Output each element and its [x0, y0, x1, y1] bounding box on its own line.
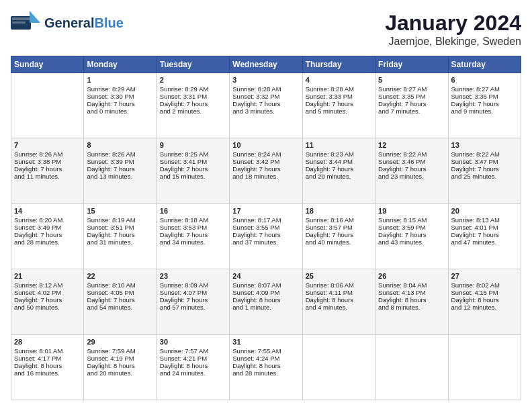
day-info-line: and 50 minutes.: [14, 304, 81, 311]
day-info-line: and 13 minutes.: [87, 173, 153, 180]
day-info-line: Daylight: 7 hours: [87, 100, 153, 107]
table-row: 10Sunrise: 8:24 AMSunset: 3:42 PMDayligh…: [230, 138, 302, 203]
table-row: 20Sunrise: 8:13 AMSunset: 4:01 PMDayligh…: [448, 203, 521, 269]
day-number: 23: [160, 272, 226, 280]
logo-blue-text: Blue: [94, 15, 123, 30]
day-info-line: Sunrise: 8:24 AM: [232, 150, 299, 158]
day-info-line: and 3 minutes.: [232, 107, 299, 115]
table-row: 13Sunrise: 8:22 AMSunset: 3:47 PMDayligh…: [448, 138, 521, 203]
table-row: 3Sunrise: 8:28 AMSunset: 3:32 PMDaylight…: [230, 73, 302, 138]
day-number: 21: [14, 272, 81, 280]
table-row: 26Sunrise: 8:04 AMSunset: 4:13 PMDayligh…: [375, 269, 448, 334]
day-info-line: Sunset: 3:32 PM: [232, 93, 299, 100]
day-info-line: Sunset: 3:51 PM: [87, 224, 153, 231]
day-info-line: Daylight: 8 hours: [232, 296, 299, 304]
day-info-line: Daylight: 7 hours: [160, 296, 226, 304]
table-row: [302, 334, 375, 400]
day-number: 24: [232, 272, 299, 280]
day-info-line: Sunset: 3:49 PM: [14, 224, 81, 231]
svg-rect-2: [12, 17, 30, 20]
day-info-line: Sunrise: 8:26 AM: [87, 150, 153, 158]
day-info-line: Daylight: 7 hours: [87, 296, 153, 304]
day-info-line: Daylight: 7 hours: [160, 100, 226, 107]
day-info-line: Daylight: 7 hours: [232, 165, 299, 173]
table-row: 16Sunrise: 8:18 AMSunset: 3:53 PMDayligh…: [157, 203, 229, 269]
day-number: 3: [232, 76, 299, 84]
day-info-line: Sunset: 3:55 PM: [232, 224, 299, 231]
day-number: 29: [87, 338, 153, 346]
table-row: 28Sunrise: 8:01 AMSunset: 4:17 PMDayligh…: [11, 334, 84, 400]
day-number: 5: [378, 76, 445, 84]
day-info-line: Daylight: 7 hours: [306, 231, 372, 238]
day-info-line: Sunrise: 8:27 AM: [378, 85, 445, 93]
calendar-table: Sunday Monday Tuesday Wednesday Thursday…: [11, 56, 521, 400]
day-info-line: Sunrise: 8:09 AM: [160, 281, 226, 289]
day-info-line: Sunset: 3:36 PM: [451, 93, 518, 100]
day-info-line: Sunset: 3:59 PM: [378, 224, 445, 231]
col-thursday: Thursday: [302, 56, 375, 73]
day-info-line: and 31 minutes.: [87, 238, 153, 246]
day-info-line: Daylight: 7 hours: [14, 296, 81, 304]
day-info-line: Daylight: 8 hours: [160, 362, 226, 369]
day-number: 2: [160, 76, 226, 84]
day-info-line: Daylight: 8 hours: [451, 296, 518, 304]
day-info-line: Sunset: 3:38 PM: [14, 158, 81, 165]
day-info-line: Sunrise: 7:57 AM: [160, 347, 226, 355]
day-info-line: Sunrise: 8:25 AM: [160, 150, 226, 158]
day-info-line: and 57 minutes.: [160, 304, 226, 311]
day-info-line: Daylight: 7 hours: [306, 165, 372, 173]
day-info-line: Daylight: 7 hours: [451, 100, 518, 107]
table-row: 15Sunrise: 8:19 AMSunset: 3:51 PMDayligh…: [84, 203, 157, 269]
day-number: 16: [160, 207, 226, 215]
day-info-line: and 23 minutes.: [378, 173, 445, 180]
day-number: 6: [451, 76, 518, 84]
day-info-line: Sunrise: 8:22 AM: [451, 150, 518, 158]
day-number: 12: [378, 141, 445, 149]
day-info-line: Sunrise: 8:28 AM: [232, 85, 299, 93]
table-row: 6Sunrise: 8:27 AMSunset: 3:36 PMDaylight…: [448, 73, 521, 138]
logo-general-text: General: [44, 15, 94, 30]
table-row: 14Sunrise: 8:20 AMSunset: 3:49 PMDayligh…: [11, 203, 84, 269]
table-row: 19Sunrise: 8:15 AMSunset: 3:59 PMDayligh…: [375, 203, 448, 269]
table-row: 25Sunrise: 8:06 AMSunset: 4:11 PMDayligh…: [302, 269, 375, 334]
day-info-line: and 43 minutes.: [378, 238, 445, 246]
day-info-line: and 37 minutes.: [232, 238, 299, 246]
day-info-line: and 8 minutes.: [378, 304, 445, 311]
day-info-line: Sunset: 4:13 PM: [378, 289, 445, 296]
header: GeneralBlue January 2024 Jaemjoe, Blekin…: [11, 11, 521, 48]
day-number: 15: [87, 207, 153, 215]
day-info-line: and 20 minutes.: [87, 369, 153, 377]
table-row: [375, 334, 448, 400]
day-info-line: Sunset: 3:47 PM: [451, 158, 518, 165]
day-info-line: Sunrise: 8:15 AM: [378, 216, 445, 224]
day-number: 20: [451, 207, 518, 215]
table-row: 23Sunrise: 8:09 AMSunset: 4:07 PMDayligh…: [157, 269, 229, 334]
day-info-line: Daylight: 8 hours: [87, 362, 153, 369]
calendar-week-row: 14Sunrise: 8:20 AMSunset: 3:49 PMDayligh…: [11, 203, 521, 269]
day-info-line: Sunset: 3:35 PM: [378, 93, 445, 100]
day-info-line: Daylight: 7 hours: [87, 231, 153, 238]
col-wednesday: Wednesday: [230, 56, 302, 73]
day-info-line: and 15 minutes.: [160, 173, 226, 180]
day-info-line: Daylight: 7 hours: [160, 231, 226, 238]
day-info-line: Sunrise: 8:10 AM: [87, 281, 153, 289]
table-row: 24Sunrise: 8:07 AMSunset: 4:09 PMDayligh…: [230, 269, 302, 334]
day-info-line: and 11 minutes.: [14, 173, 81, 180]
table-row: 11Sunrise: 8:23 AMSunset: 3:44 PMDayligh…: [302, 138, 375, 203]
day-info-line: Daylight: 7 hours: [87, 165, 153, 173]
day-info-line: and 28 minutes.: [14, 238, 81, 246]
day-info-line: Sunset: 4:17 PM: [14, 355, 81, 362]
day-info-line: and 7 minutes.: [378, 107, 445, 115]
day-info-line: and 40 minutes.: [306, 238, 372, 246]
day-info-line: Sunrise: 8:29 AM: [160, 85, 226, 93]
table-row: 1Sunrise: 8:29 AMSunset: 3:30 PMDaylight…: [84, 73, 157, 138]
table-row: 27Sunrise: 8:02 AMSunset: 4:15 PMDayligh…: [448, 269, 521, 334]
day-info-line: Daylight: 8 hours: [306, 296, 372, 304]
table-row: 18Sunrise: 8:16 AMSunset: 3:57 PMDayligh…: [302, 203, 375, 269]
day-info-line: Sunrise: 8:22 AM: [378, 150, 445, 158]
day-info-line: Sunrise: 8:23 AM: [306, 150, 372, 158]
day-info-line: and 20 minutes.: [306, 173, 372, 180]
day-number: 18: [306, 207, 372, 215]
day-info-line: and 5 minutes.: [306, 107, 372, 115]
logo-text: GeneralBlue: [44, 15, 124, 30]
